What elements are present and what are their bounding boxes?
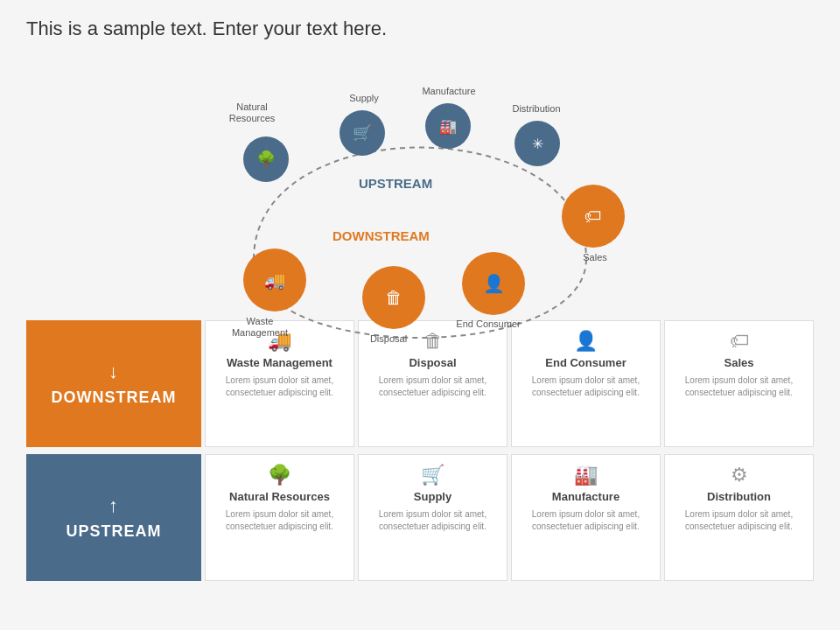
card-supply-title: Supply <box>414 490 452 503</box>
downstream-arrow-icon: ↓ <box>108 360 119 383</box>
gear-icon: ⚙ <box>731 464 748 486</box>
page-title: This is a sample text. Enter your text h… <box>26 18 814 40</box>
card-distribution-text: Lorem ipsum dolor sit amet, consectetuer… <box>676 508 802 533</box>
label-natural-resources: NaturalResources <box>226 102 278 124</box>
card-natural-resources-text: Lorem ipsum dolor sit amet, consectetuer… <box>216 508 343 533</box>
diagram: UPSTREAM DOWNSTREAM 🌳 NaturalResources 🛒… <box>26 49 814 312</box>
card-sales: 🏷 Sales Lorem ipsum dolor sit amet, cons… <box>664 320 814 447</box>
card-manufacture-title: Manufacture <box>552 490 620 503</box>
label-end-consumer: End Consumer <box>453 318 523 330</box>
downstream-diagram-label: DOWNSTREAM <box>332 228 430 243</box>
card-end-consumer-text: Lorem ipsum dolor sit amet, consectetuer… <box>522 374 649 399</box>
card-sales-title: Sales <box>724 356 754 369</box>
label-manufacture: Manufacture <box>418 86 480 97</box>
card-distribution-title: Distribution <box>707 490 771 503</box>
label-supply: Supply <box>341 93 387 104</box>
card-natural-resources-title: Natural Resources <box>229 490 330 503</box>
tag-icon: 🏷 <box>730 330 749 353</box>
downstream-row-label: ↓ DOWNSTREAM <box>26 320 201 447</box>
card-natural-resources: 🌳 Natural Resources Lorem ipsum dolor si… <box>205 454 354 581</box>
card-disposal-text: Lorem ipsum dolor sit amet, consectetuer… <box>369 374 496 399</box>
card-waste-management-title: Waste Management <box>227 356 332 369</box>
card-manufacture: 🏭 Manufacture Lorem ipsum dolor sit amet… <box>511 454 661 581</box>
tree-icon: 🌳 <box>268 464 291 486</box>
card-disposal-title: Disposal <box>409 356 456 369</box>
card-supply-text: Lorem ipsum dolor sit amet, consectetuer… <box>369 508 496 533</box>
label-sales: Sales <box>569 252 621 263</box>
card-distribution: ⚙ Distribution Lorem ipsum dolor sit ame… <box>664 454 814 581</box>
label-waste-management: WasteManagement <box>229 316 290 339</box>
cards-area: ↓ DOWNSTREAM 🚚 Waste Management Lorem ip… <box>26 320 814 581</box>
page: This is a sample text. Enter your text h… <box>0 0 840 630</box>
card-waste-management: 🚚 Waste Management Lorem ipsum dolor sit… <box>205 320 354 447</box>
card-end-consumer-title: End Consumer <box>545 356 626 369</box>
card-supply: 🛒 Supply Lorem ipsum dolor sit amet, con… <box>358 454 508 581</box>
upstream-arrow-icon: ↑ <box>108 494 119 517</box>
downstream-label-text: DOWNSTREAM <box>52 388 177 407</box>
downstream-row: ↓ DOWNSTREAM 🚚 Waste Management Lorem ip… <box>26 320 814 447</box>
label-distribution: Distribution <box>506 103 567 115</box>
cart-icon: 🛒 <box>421 464 444 486</box>
card-end-consumer: 👤 End Consumer Lorem ipsum dolor sit ame… <box>511 320 661 447</box>
card-manufacture-text: Lorem ipsum dolor sit amet, consectetuer… <box>522 508 649 533</box>
label-disposal: Disposal <box>362 333 415 345</box>
user-icon: 👤 <box>574 330 598 353</box>
trash-icon: 🗑 <box>424 330 443 353</box>
card-sales-text: Lorem ipsum dolor sit amet, consectetuer… <box>676 374 802 399</box>
upstream-diagram-label: UPSTREAM <box>359 176 432 191</box>
card-waste-management-text: Lorem ipsum dolor sit amet, consectetuer… <box>216 374 343 399</box>
factory-icon: 🏭 <box>574 464 598 486</box>
upstream-row-label: ↑ UPSTREAM <box>26 454 201 581</box>
upstream-label-text: UPSTREAM <box>66 522 161 541</box>
upstream-row: ↑ UPSTREAM 🌳 Natural Resources Lorem ips… <box>26 454 814 581</box>
